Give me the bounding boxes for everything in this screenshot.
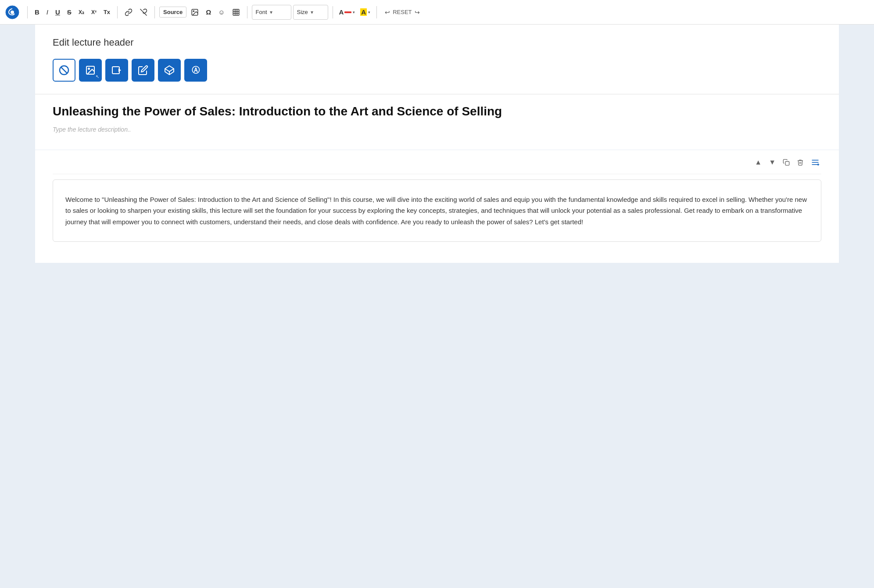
svg-point-1 (11, 11, 14, 14)
source-button[interactable]: Source (159, 7, 186, 18)
svg-rect-18 (785, 161, 789, 165)
lecture-title-area: Unleashing the Power of Sales: Introduct… (53, 94, 821, 150)
underline-button[interactable]: U (53, 7, 63, 18)
content-block-section: ▲ ▼ (35, 150, 839, 263)
highlight-arrow: ▾ (368, 10, 370, 14)
highlight-label: A (360, 8, 367, 16)
add-block-button[interactable] (809, 156, 821, 169)
font-arrow: ▾ (270, 9, 272, 15)
ar-content-button[interactable] (158, 59, 181, 82)
svg-rect-5 (233, 9, 239, 15)
sep-3 (154, 6, 155, 18)
superscript-button[interactable]: X² (89, 7, 99, 17)
font-color-button[interactable]: A ▾ (337, 7, 357, 18)
sep-2 (117, 6, 118, 18)
link-button[interactable] (122, 7, 135, 18)
clear-format-button[interactable]: Tx (101, 7, 113, 17)
reset-label: RESET (393, 9, 412, 15)
bold-button[interactable]: B (32, 7, 42, 18)
copy-block-button[interactable] (781, 157, 792, 168)
unlink-button[interactable] (137, 7, 150, 18)
reset-button[interactable]: ↩ RESET ↪ (381, 7, 423, 18)
svg-point-13 (88, 68, 90, 69)
lecture-header-section: Edit lecture header ↖ (35, 25, 839, 150)
redo-icon: ↪ (415, 9, 420, 16)
font-color-arrow: ▾ (353, 10, 355, 14)
font-dropdown[interactable]: Font ▾ (252, 5, 291, 20)
delete-block-button[interactable] (795, 157, 806, 168)
main-toolbar: B I U S X₂ X² Tx Source Ω ☺ (0, 0, 874, 25)
undo-icon: ↩ (385, 9, 390, 16)
move-up-button[interactable]: ▲ (753, 157, 763, 168)
strikethrough-button[interactable]: S (64, 7, 74, 18)
special-char-button[interactable]: Ω (203, 7, 214, 18)
sep-6 (376, 6, 377, 18)
italic-button[interactable]: I (44, 7, 51, 18)
app-logo (5, 5, 19, 19)
highlight-button[interactable]: A ▾ (358, 7, 372, 18)
image-content-button[interactable]: ↖ (79, 59, 102, 82)
sep-5 (333, 6, 333, 18)
section-title: Edit lecture header (53, 37, 821, 48)
emoji-button[interactable]: ☺ (215, 7, 227, 18)
svg-line-11 (61, 67, 67, 73)
table-button[interactable] (229, 7, 243, 18)
size-label: Size (297, 9, 308, 15)
lecture-main-title[interactable]: Unleashing the Power of Sales: Introduct… (53, 103, 821, 120)
block-toolbar: ▲ ▼ (53, 150, 821, 174)
content-type-toolbar: ↖ Ⓐ (53, 59, 821, 82)
text-edit-button[interactable] (132, 59, 154, 82)
svg-point-4 (193, 11, 194, 11)
lecture-body-text[interactable]: Welcome to "Unleashing the Power of Sale… (53, 179, 821, 242)
svg-rect-14 (112, 67, 119, 74)
size-arrow: ▾ (311, 9, 313, 15)
move-down-button[interactable]: ▼ (767, 157, 777, 168)
subscript-button[interactable]: X₂ (76, 7, 87, 17)
font-content-button[interactable]: Ⓐ (184, 59, 207, 82)
sep-4 (247, 6, 247, 18)
font-color-label: A (339, 8, 344, 16)
lecture-description-placeholder[interactable]: Type the lecture description.. (53, 126, 821, 133)
size-dropdown[interactable]: Size ▾ (293, 5, 328, 20)
sep-1 (27, 6, 28, 18)
font-color-swatch (344, 11, 351, 13)
image-button[interactable] (188, 7, 201, 18)
video-content-button[interactable] (105, 59, 128, 82)
no-content-button[interactable] (53, 59, 75, 82)
font-label: Font (256, 9, 267, 15)
